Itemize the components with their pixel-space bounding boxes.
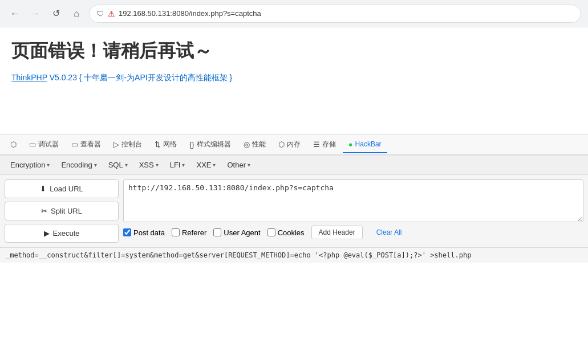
thinkphp-desc: V5.0.23 { 十年磨一剑-为API开发设计的高性能框架 }: [50, 73, 233, 82]
post-data-option[interactable]: Post data: [123, 228, 165, 237]
page-content: 页面错误！请稍后再试～ ThinkPHP V5.0.23 { 十年磨一剑-为AP…: [0, 27, 588, 89]
load-url-label: Load URL: [50, 185, 83, 193]
network-icon: ⇅: [155, 140, 161, 149]
network-label: 网络: [163, 140, 177, 149]
inspector-label: 查看器: [80, 140, 101, 149]
hackbar-label: HackBar: [355, 140, 382, 148]
load-url-icon: ⬇: [40, 185, 46, 193]
clear-all-button[interactable]: Clear All: [370, 226, 409, 239]
hackbar-panel: Encryption ▾ Encoding ▾ SQL ▾ XSS ▾ LFI …: [0, 155, 588, 247]
url-display: 192.168.50.131:8080/index.php?s=captcha: [119, 9, 261, 18]
xxe-arrow: ▾: [213, 162, 216, 168]
thinkphp-link[interactable]: ThinkPHP: [11, 73, 47, 82]
execute-icon: ▶: [44, 229, 50, 238]
post-data-checkbox[interactable]: [123, 228, 131, 236]
user-agent-label: User Agent: [224, 228, 260, 237]
hackbar-main: ⬇ Load URL ✂ Split URL ▶ Execute http://…: [0, 175, 588, 247]
hackbar-menu: Encryption ▾ Encoding ▾ SQL ▾ XSS ▾ LFI …: [0, 156, 588, 175]
menu-encoding[interactable]: Encoding ▾: [56, 159, 101, 171]
menu-xxe[interactable]: XXE ▾: [192, 159, 220, 171]
style-editor-label: 样式编辑器: [197, 140, 231, 149]
xxe-label: XXE: [196, 161, 211, 169]
hackbar-options: Post data Referer User Agent Cookies Add…: [123, 226, 583, 239]
devtool-item-inspect[interactable]: ⬡: [5, 137, 22, 153]
execute-button[interactable]: ▶ Execute: [5, 224, 119, 243]
console-label: 控制台: [121, 140, 142, 149]
split-url-label: Split URL: [51, 207, 82, 215]
menu-sql[interactable]: SQL ▾: [104, 159, 132, 171]
encoding-arrow: ▾: [94, 162, 97, 168]
browser-chrome: ← → ↺ ⌂ 🛡 ⚠ 192.168.50.131:8080/index.ph…: [0, 0, 588, 27]
menu-encryption[interactable]: Encryption ▾: [6, 159, 54, 171]
hackbar-buttons: ⬇ Load URL ✂ Split URL ▶ Execute: [5, 179, 119, 243]
encoding-label: Encoding: [61, 161, 92, 169]
execute-label: Execute: [53, 229, 80, 238]
debugger-icon: ▭: [29, 140, 36, 149]
reload-button[interactable]: ↺: [48, 6, 64, 22]
address-bar[interactable]: 🛡 ⚠ 192.168.50.131:8080/index.php?s=capt…: [89, 5, 581, 23]
sql-arrow: ▾: [125, 162, 128, 168]
devtool-item-hackbar[interactable]: ● HackBar: [343, 137, 387, 153]
forward-button[interactable]: →: [27, 6, 43, 22]
other-label: Other: [227, 161, 246, 169]
inspector-icon: ▭: [71, 140, 78, 149]
bottom-bar: _method=__construct&filter[]=system&meth…: [0, 247, 588, 263]
memory-icon: ⬡: [278, 140, 285, 149]
split-url-button[interactable]: ✂ Split URL: [5, 202, 119, 220]
cookies-checkbox[interactable]: [267, 228, 275, 236]
referer-label: Referer: [182, 228, 206, 237]
inspect-icon: ⬡: [10, 140, 17, 149]
devtools-bar: ⬡ ▭ 调试器 ▭ 查看器 ▷ 控制台 ⇅ 网络 {} 样式编辑器 ◎ 性能 ⬡…: [0, 134, 588, 155]
devtool-item-memory[interactable]: ⬡ 内存: [273, 136, 306, 154]
add-header-button[interactable]: Add Header: [311, 226, 363, 239]
load-url-button[interactable]: ⬇ Load URL: [5, 179, 119, 198]
performance-label: 性能: [252, 140, 266, 149]
warning-icon: ⚠: [108, 9, 115, 18]
user-agent-option[interactable]: User Agent: [213, 228, 260, 237]
cookies-option[interactable]: Cookies: [267, 228, 305, 237]
devtool-item-performance[interactable]: ◎ 性能: [238, 136, 271, 154]
sql-label: SQL: [108, 161, 123, 169]
xss-arrow: ▾: [156, 162, 159, 168]
hackbar-url-area: http://192.168.50.131:8080/index.php?s=c…: [123, 179, 583, 243]
devtool-item-inspector[interactable]: ▭ 查看器: [66, 136, 107, 154]
referer-checkbox[interactable]: [172, 228, 180, 236]
cookies-label: Cookies: [278, 228, 305, 237]
devtool-item-debugger[interactable]: ▭ 调试器: [23, 136, 64, 154]
user-agent-checkbox[interactable]: [213, 228, 221, 236]
split-url-icon: ✂: [41, 207, 47, 215]
url-textarea[interactable]: http://192.168.50.131:8080/index.php?s=c…: [123, 179, 583, 222]
performance-icon: ◎: [244, 140, 250, 149]
thinkphp-info: ThinkPHP V5.0.23 { 十年磨一剑-为API开发设计的高性能框架 …: [11, 73, 577, 83]
home-button[interactable]: ⌂: [68, 6, 84, 22]
encryption-label: Encryption: [10, 161, 45, 169]
storage-icon: ☰: [313, 140, 320, 149]
menu-lfi[interactable]: LFI ▾: [165, 159, 190, 171]
encryption-arrow: ▾: [47, 162, 50, 168]
storage-label: 存储: [322, 140, 336, 149]
memory-label: 内存: [287, 140, 301, 149]
style-editor-icon: {}: [189, 140, 194, 149]
lfi-arrow: ▾: [182, 162, 185, 168]
other-arrow: ▾: [248, 162, 250, 168]
page-error-title: 页面错误！请稍后再试～: [11, 39, 577, 64]
xss-label: XSS: [139, 161, 154, 169]
lfi-label: LFI: [170, 161, 181, 169]
devtool-item-style-editor[interactable]: {} 样式编辑器: [184, 136, 237, 154]
menu-xss[interactable]: XSS ▾: [135, 159, 163, 171]
hackbar-icon: ●: [348, 140, 353, 149]
menu-other[interactable]: Other ▾: [222, 159, 255, 171]
devtool-item-storage[interactable]: ☰ 存储: [307, 136, 342, 154]
devtool-item-console[interactable]: ▷ 控制台: [108, 136, 148, 154]
shield-icon: 🛡: [96, 9, 104, 18]
bottom-text: _method=__construct&filter[]=system&meth…: [6, 251, 471, 259]
console-icon: ▷: [113, 140, 119, 149]
post-data-label: Post data: [133, 228, 165, 237]
back-button[interactable]: ←: [7, 6, 23, 22]
devtool-item-network[interactable]: ⇅ 网络: [149, 136, 183, 154]
referer-option[interactable]: Referer: [172, 228, 206, 237]
debugger-label: 调试器: [38, 140, 59, 149]
